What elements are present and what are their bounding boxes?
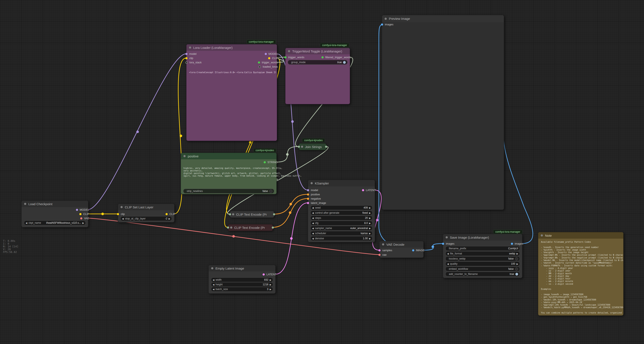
input-clip[interactable]: clip — [117, 212, 125, 216]
output-model[interactable]: MODEL — [265, 52, 278, 56]
clip-port-icon[interactable] — [79, 213, 82, 215]
latent-port-icon[interactable] — [307, 202, 309, 204]
node-load-checkpoint[interactable]: Load Checkpoint MODEL CLIP VAE ◀ckpt_nam… — [21, 200, 88, 227]
input-clip[interactable]: clip — [185, 56, 193, 60]
output-filtered-trigger-words[interactable]: filtered_trigger_words — [322, 56, 351, 59]
next-arrow-icon[interactable]: ▶ — [369, 227, 371, 230]
output-clip[interactable]: CLIP — [268, 56, 278, 60]
collapse-dot[interactable] — [288, 50, 290, 52]
loaded-loras-port-icon[interactable] — [258, 66, 261, 68]
node-vae-decode[interactable]: VAE Decode samples vae IMAGE — [379, 241, 424, 258]
output-port-icon[interactable] — [325, 146, 327, 148]
collapse-dot[interactable] — [232, 213, 234, 216]
strip-newlines-toggle[interactable]: strip_newlinesfalse — [183, 189, 274, 194]
file-format-widget[interactable]: ◀file_formatwebp▶ — [446, 251, 520, 256]
link-dot[interactable] — [232, 235, 235, 238]
next-arrow-icon[interactable]: ▶ — [369, 217, 371, 219]
next-arrow-icon[interactable]: ▶ — [270, 284, 271, 286]
height-widget[interactable]: ◀height1216▶ — [211, 282, 273, 287]
link-dot[interactable] — [289, 211, 292, 214]
sampler-name-widget[interactable]: ◀sampler_nameeuler_ancestral▶ — [310, 226, 372, 230]
denoise-widget[interactable]: ◀denoise1.00▶ — [310, 236, 372, 241]
node-graph-canvas[interactable]: Load Checkpoint MODEL CLIP VAE ◀ckpt_nam… — [0, 0, 644, 344]
toggle-on-icon[interactable] — [343, 61, 346, 64]
output-port-icon[interactable] — [272, 226, 274, 228]
ckpt-name-widget[interactable]: ◀ckpt_nameil\waiNSFWIllustrious_v110.s..… — [24, 220, 86, 225]
link-dot[interactable] — [286, 153, 288, 156]
output-clip[interactable]: CLIP — [79, 212, 89, 216]
input-lora-stack[interactable]: lora_stack — [185, 61, 202, 64]
next-arrow-icon[interactable]: ▶ — [82, 222, 84, 224]
lora-stack-port-icon[interactable] — [185, 62, 188, 64]
next-arrow-icon[interactable]: ▶ — [270, 288, 271, 290]
conditioning-port-icon[interactable] — [307, 198, 309, 200]
model-port-icon[interactable] — [76, 209, 78, 211]
string-port-icon[interactable] — [322, 56, 324, 58]
string-port-icon[interactable] — [258, 62, 260, 64]
clip-port-icon[interactable] — [117, 213, 119, 215]
node-join-strings[interactable]: Join Strings — [299, 143, 326, 150]
input-model[interactable]: model — [185, 52, 196, 56]
node-empty-latent-image[interactable]: Empty Latent Image LATENT ◀width832▶ ◀he… — [208, 265, 276, 294]
collapse-dot[interactable] — [310, 182, 313, 184]
image-port-icon[interactable] — [381, 24, 383, 26]
link-dot[interactable] — [376, 219, 378, 221]
cfg-widget[interactable]: ◀cfg8.0▶ — [310, 221, 372, 226]
filename-prefix-widget[interactable]: filename_prefixComfyUI — [446, 246, 520, 251]
collapse-dot[interactable] — [120, 206, 123, 208]
prev-arrow-icon[interactable]: ◀ — [312, 207, 314, 209]
prev-arrow-icon[interactable]: ◀ — [312, 217, 314, 219]
width-widget[interactable]: ◀width832▶ — [211, 278, 273, 282]
embed-workflow-toggle[interactable]: embed_workflowfalse — [446, 266, 520, 271]
model-port-icon[interactable] — [265, 53, 267, 55]
output-string[interactable]: STRING — [264, 160, 278, 164]
node-save-image[interactable]: Save Image (LoraManager) images images f… — [443, 234, 522, 278]
next-arrow-icon[interactable]: ▶ — [369, 207, 371, 209]
prev-arrow-icon[interactable]: ◀ — [312, 212, 314, 214]
lora-syntax-text[interactable]: <lora:CreateConcept_Illustrious:0.8> <lo… — [189, 71, 276, 74]
prev-arrow-icon[interactable]: ◀ — [213, 288, 214, 290]
prev-arrow-icon[interactable]: ◀ — [312, 227, 314, 230]
toggle-off-icon[interactable] — [269, 190, 272, 193]
steps-widget[interactable]: ◀steps20▶ — [310, 216, 372, 220]
input-images[interactable]: images — [442, 242, 454, 246]
link-dot[interactable] — [290, 237, 293, 240]
input-model[interactable]: model — [307, 188, 318, 192]
add-counter-toggle[interactable]: add_counter_to_filenametrue — [446, 272, 520, 276]
collapse-dot[interactable] — [184, 155, 186, 157]
toggle-off-icon[interactable] — [515, 268, 518, 271]
toggle-on-icon[interactable] — [515, 273, 518, 276]
input-negative[interactable]: negative — [307, 197, 321, 200]
node-lora-loader[interactable]: Lora Loader (LoraManager) model clip lor… — [186, 44, 277, 141]
output-port-icon[interactable] — [273, 213, 275, 216]
conditioning-port-icon[interactable] — [307, 194, 309, 196]
lossless-webp-toggle[interactable]: lossless_webpfalse — [446, 256, 520, 261]
input-port-icon[interactable] — [298, 146, 300, 148]
next-arrow-icon[interactable]: ▶ — [369, 237, 371, 240]
collapse-dot[interactable] — [230, 226, 232, 228]
image-port-icon[interactable] — [511, 243, 513, 245]
output-clip[interactable]: CLIP — [166, 212, 175, 216]
node-clip-text-encode-positive[interactable]: CLIP Text Encode (Pr — [230, 211, 274, 218]
batch-size-widget[interactable]: ◀batch_size3▶ — [211, 287, 273, 292]
model-port-icon[interactable] — [307, 189, 309, 191]
collapse-dot[interactable] — [211, 267, 213, 269]
next-arrow-icon[interactable]: ▶ — [369, 212, 371, 214]
link-dot[interactable] — [136, 130, 139, 133]
toggle-off-icon[interactable] — [515, 257, 518, 260]
model-port-icon[interactable] — [185, 53, 188, 55]
string-port-icon[interactable] — [284, 56, 286, 58]
prev-arrow-icon[interactable]: ◀ — [122, 218, 124, 220]
input-port-icon[interactable] — [229, 213, 231, 216]
output-trigger-words[interactable]: trigger_words — [258, 61, 278, 64]
next-arrow-icon[interactable]: ▶ — [270, 279, 271, 281]
input-samples[interactable]: samples — [378, 249, 392, 252]
output-images[interactable]: images — [511, 242, 523, 246]
input-port-icon[interactable] — [227, 226, 229, 228]
input-vae[interactable]: vae — [378, 253, 386, 256]
output-vae[interactable]: VAE — [80, 217, 89, 220]
vae-port-icon[interactable] — [378, 254, 380, 256]
control-after-generate-widget[interactable]: ◀control after generatefixed▶ — [310, 210, 372, 215]
latent-port-icon[interactable] — [262, 274, 265, 276]
next-arrow-icon[interactable]: ▶ — [516, 252, 518, 255]
